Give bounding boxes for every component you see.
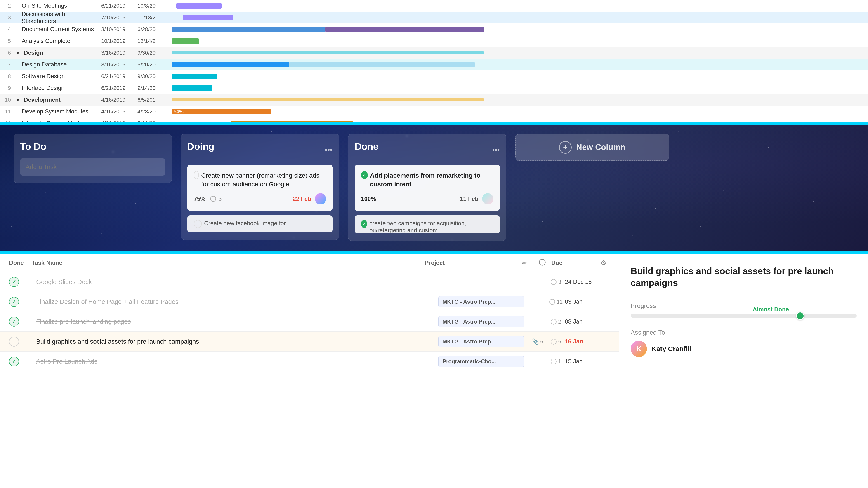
gantt-row-10[interactable]: 10 ▼ Development 4/16/2019 6/5/201: [0, 94, 172, 106]
row-end: 11/18/2: [135, 14, 172, 21]
progress-status: Almost Done: [753, 306, 789, 313]
doing-menu-button[interactable]: •••: [325, 146, 333, 154]
card-checkbox-done[interactable]: ✓: [361, 220, 367, 228]
svg-point-35: [550, 299, 555, 304]
row-name: Discussions with Stakeholders: [13, 11, 99, 25]
row-num: 10: [0, 97, 13, 103]
svg-point-33: [539, 259, 546, 265]
col-filter-header: ⚙: [596, 259, 610, 267]
done-card-2[interactable]: ✓ create two campaigns for acquisition, …: [355, 215, 500, 233]
task-row[interactable]: ✓ Google Slides Deck 3 24 Dec 18: [0, 272, 619, 292]
card-avatar: [315, 193, 326, 204]
col-due-header: Due: [551, 259, 596, 266]
task-check-pending[interactable]: [9, 337, 19, 347]
kanban-section: To Do Doing ••• Create new banner (remar…: [0, 125, 868, 251]
kanban-column-done: Done ••• ✓ Add placements from remarketi…: [348, 134, 506, 241]
task-name: Finalize pre-launch landing pages: [32, 318, 438, 325]
task-check-done[interactable]: ✓: [9, 297, 19, 307]
task-comments: 2: [547, 319, 565, 325]
task-check-done[interactable]: ✓: [9, 277, 19, 287]
gantt-left-panel: 2 On-Site Meetings 6/21/2019 10/8/20 3 D…: [0, 0, 172, 122]
gantt-row-4[interactable]: 4 Document Current Systems 3/10/2019 6/2…: [0, 24, 172, 35]
row-num: 5: [0, 38, 13, 44]
row-start: 4/16/2019: [99, 108, 135, 115]
col-done-header: Done: [9, 259, 32, 266]
row-start: 6/21/2019: [99, 73, 135, 79]
svg-point-34: [551, 279, 556, 285]
detail-panel: Build graphics and social assets for pre…: [619, 254, 868, 488]
gantt-row-2[interactable]: 2 On-Site Meetings 6/21/2019 10/8/20: [0, 0, 172, 12]
row-start: 6/21/2019: [99, 85, 135, 91]
card-checkbox[interactable]: [194, 171, 199, 179]
doing-header: Doing •••: [187, 141, 333, 158]
row-name: Software Design: [13, 73, 99, 80]
task-project-tag: MKTG - Astro Prep...: [438, 316, 524, 327]
task-row[interactable]: ✓ Astro Pre Launch Ads Programmatic-Cho.…: [0, 352, 619, 371]
row-start: 7/10/2019: [99, 14, 135, 21]
svg-point-9: [678, 131, 679, 132]
col-comments-header: [533, 259, 551, 267]
plus-icon: +: [559, 141, 572, 154]
card-meta: 75% 3 22 Feb: [194, 193, 326, 204]
card-checkbox[interactable]: [194, 220, 202, 228]
row-end: 5/11/20: [135, 120, 172, 122]
gantt-bar-4: [172, 24, 868, 35]
gantt-row-7[interactable]: 7 Design Database 3/16/2019 6/20/20: [0, 59, 172, 70]
card-due-date: 22 Feb: [293, 195, 311, 202]
doing-card-1[interactable]: Create new banner (remarketing size) ads…: [187, 165, 333, 211]
col-name-header: Task Name: [32, 259, 425, 266]
row-end: 6/28/20: [135, 26, 172, 33]
gantt-row-12[interactable]: 12 Integrate System Module 4/29/2019 5/1…: [0, 118, 172, 122]
row-name: Develop System Modules: [13, 108, 99, 115]
task-row[interactable]: ✓ Finalize Design of Home Page + all Fea…: [0, 292, 619, 312]
gantt-row-5[interactable]: 5 Analysis Complete 10/1/2019 12/14/2: [0, 35, 172, 47]
bottom-section: Done Task Name Project ✏ Due ⚙ ✓ Google …: [0, 254, 868, 488]
kanban-column-doing: Doing ••• Create new banner (remarketing…: [181, 134, 339, 240]
svg-point-13: [135, 203, 136, 204]
card-header: Create new facebook image for...: [194, 220, 326, 228]
done-menu-button[interactable]: •••: [492, 146, 500, 154]
row-num: 12: [0, 120, 13, 122]
task-project-tag: Programmatic-Cho...: [438, 356, 524, 367]
row-end: 6/5/201: [135, 97, 172, 103]
new-column-button[interactable]: + New Column: [515, 134, 669, 161]
task-due: 24 Dec 18: [565, 278, 610, 285]
row-end: 9/14/20: [135, 85, 172, 91]
task-check-done[interactable]: ✓: [9, 357, 19, 366]
row-name: ▼ Design: [13, 49, 99, 56]
task-check-done[interactable]: ✓: [9, 317, 19, 327]
add-task-input[interactable]: [20, 158, 165, 175]
svg-point-20: [723, 190, 724, 191]
gantt-row-8[interactable]: 8 Software Design 6/21/2019 9/30/20: [0, 70, 172, 82]
card-title: Create new banner (remarketing size) ads…: [201, 171, 326, 189]
gantt-row-3[interactable]: 3 Discussions with Stakeholders 7/10/201…: [0, 12, 172, 24]
row-start: 4/16/2019: [99, 97, 135, 103]
card-checkbox-done[interactable]: ✓: [361, 171, 368, 179]
task-comments: 1: [547, 358, 565, 365]
task-row[interactable]: ✓ Finalize pre-launch landing pages MKTG…: [0, 312, 619, 332]
row-name: Document Current Systems: [13, 26, 99, 33]
svg-point-28: [542, 221, 543, 222]
task-project-tag: MKTG - Astro Prep...: [438, 336, 524, 347]
task-comments: 5: [547, 338, 565, 345]
task-name: Google Slides Deck: [32, 278, 438, 286]
gantt-row-6[interactable]: 6 ▼ Design 3/16/2019 9/30/20: [0, 47, 172, 59]
gantt-row-9[interactable]: 9 Interface Design 6/21/2019 9/14/20: [0, 82, 172, 94]
gantt-bar-7: [172, 59, 868, 70]
card-header: ✓ create two campaigns for acquisition, …: [361, 220, 493, 233]
gantt-bar-8: [172, 70, 868, 82]
done-card-1[interactable]: ✓ Add placements from remarketing to cus…: [355, 165, 500, 211]
task-row-highlighted[interactable]: Build graphics and social assets for pre…: [0, 332, 619, 352]
progress-container: Almost Done: [631, 314, 857, 318]
gantt-row-11[interactable]: 11 Develop System Modules 4/16/2019 4/28…: [0, 106, 172, 118]
progress-bar: [631, 314, 857, 318]
row-name: ▼ Development: [13, 96, 99, 103]
task-due-overdue: 16 Jan: [565, 338, 610, 345]
gantt-bar-10: [172, 94, 868, 106]
col-attach-header: ✏: [515, 259, 533, 267]
col-project-header: Project: [425, 259, 515, 266]
svg-point-21: [813, 201, 814, 202]
svg-point-23: [101, 233, 102, 234]
filter-icon[interactable]: ⚙: [600, 259, 606, 266]
doing-card-2[interactable]: Create new facebook image for...: [187, 215, 333, 232]
